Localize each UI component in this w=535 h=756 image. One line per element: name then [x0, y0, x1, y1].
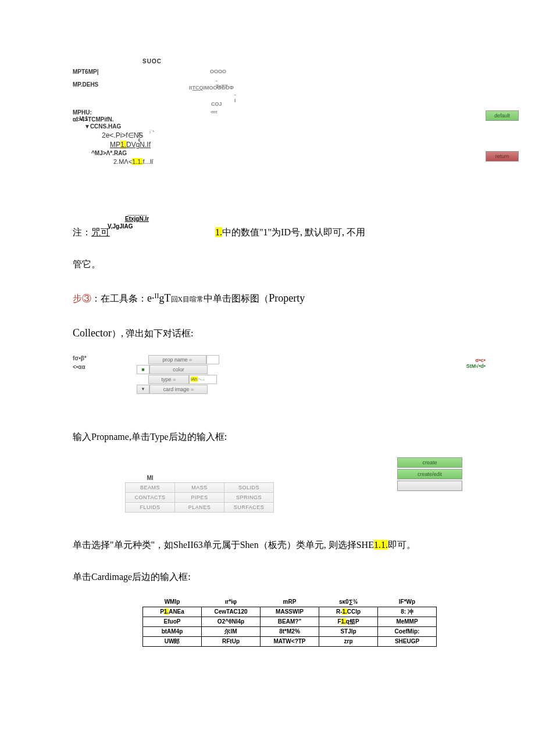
create-edit-button[interactable]: create/edit: [397, 469, 462, 479]
tree-node: MP1.DVgN.If: [110, 141, 151, 149]
card-option[interactable]: IF*Wp: [378, 597, 437, 607]
ann-line2: V,JgJIAG: [108, 223, 133, 230]
tree-node: MPT6MP|: [73, 69, 98, 75]
step3-para: 步③：在工具条：e·IIgT回X目喧常中单击图标图（Property: [73, 285, 462, 312]
type-option[interactable]: SOLIDS: [224, 482, 274, 492]
dropdown-arrow-icon[interactable]: ▼: [137, 385, 149, 394]
type-option[interactable]: SPRINGS: [224, 492, 274, 502]
prop-name-input[interactable]: [206, 355, 219, 364]
color-swatch[interactable]: ■: [137, 365, 149, 374]
color-field[interactable]: color: [149, 365, 208, 374]
type-option[interactable]: SURFACES: [224, 502, 274, 512]
note-line1b: 1.中的数值"1"为ID号, 默认即可, 不用: [215, 227, 365, 239]
note-line2: 管它。: [73, 252, 462, 277]
tree-node: ▼CCNS.HAG: [84, 123, 121, 130]
shell-instruction: 单击选择"单元种类"，如SheII63单元属于Shen（板壳）类单元, 则选择S…: [73, 533, 462, 557]
card-option[interactable]: btAM4p: [143, 626, 202, 636]
element-type-table: MI BEAMSMASSSOLIDSCONTACTSPIPESSPRINGSFL…: [125, 475, 274, 513]
type-option[interactable]: PIPES: [175, 492, 224, 502]
card-image-field[interactable]: card image =: [149, 385, 208, 394]
type-option[interactable]: PLANES: [175, 502, 224, 512]
card-option[interactable]: mRP: [261, 597, 319, 607]
card-option[interactable]: BEAM?": [261, 617, 319, 626]
blank-button[interactable]: [397, 481, 462, 491]
tree-node: ^MJ>Λ*.RAG: [91, 150, 127, 156]
cardimage-instruction: 单击Cardimage后边的输入框:: [73, 565, 462, 589]
card-option[interactable]: O2^θNI4p: [202, 617, 261, 626]
card-option[interactable]: 8t*M2%: [261, 626, 319, 636]
tree-right-label: -I: [234, 92, 236, 103]
tree-node: i`*: [149, 129, 155, 135]
card-option[interactable]: zrp: [319, 636, 378, 646]
tree-node: 2.MΛ<1.1.f...Iſ: [113, 158, 153, 165]
type-table-header: MI: [126, 475, 175, 483]
tree-node: MP.DEHS: [73, 81, 98, 88]
card-option[interactable]: UW郎: [143, 636, 202, 646]
tree-right-label: COJ: [211, 101, 222, 107]
type-value[interactable]: iAh:*n,»: [189, 375, 217, 384]
material-tree-panel: SUOC MPT6MP|MP.DEHSMPHU: · : V 1αI>4>TCM…: [73, 58, 462, 209]
type-option[interactable]: CONTACTS: [126, 492, 175, 502]
tree-title: SUOC: [142, 58, 162, 65]
property-collector-panel: fσ•β* <•αα prop name = ■ color type = iA…: [73, 355, 462, 402]
ann-line1: EtxjgN.Ir: [125, 216, 149, 222]
create-button[interactable]: create: [397, 457, 462, 468]
card-option[interactable]: MeMMP: [378, 617, 437, 626]
card-option[interactable]: WMIp: [143, 597, 202, 607]
note-line1: 注：咒可: [73, 227, 110, 239]
type-selection-panel: create create/edit MI BEAMSMASSSOLIDSCON…: [73, 457, 462, 510]
card-option[interactable]: CewTAC120: [202, 607, 261, 617]
prop-left-label-2: <•αα: [73, 364, 87, 370]
card-option[interactable]: MATW<?TP: [261, 636, 319, 646]
default-button[interactable]: default: [486, 110, 519, 121]
prop-left-label-1: fσ•β*: [73, 355, 87, 361]
tree-node: 2e<.Pi>f∈NS: [102, 131, 143, 139]
card-option[interactable]: R-1.CCIp: [319, 607, 378, 617]
step3-para-2: Collector）, 弹出如下对话框:: [73, 320, 462, 347]
propname-instruction: 输入Propname,单击Type后边的输入框:: [73, 425, 462, 449]
card-option[interactable]: STJIp: [319, 626, 378, 636]
type-field[interactable]: type =: [148, 375, 189, 384]
card-option[interactable]: SHEUGP: [378, 636, 437, 646]
card-option[interactable]: RFtUp: [202, 636, 261, 646]
tree-node: αI>4>TCMPifN.: [73, 116, 114, 123]
card-option[interactable]: F1.q笳P: [319, 617, 378, 626]
card-option[interactable]: CoefMip:: [378, 626, 437, 636]
tree-right-label: ItTCQIMOOOOOΦ: [189, 85, 234, 91]
card-option[interactable]: ιr*iφ: [202, 597, 261, 607]
card-image-table: WMIpιr*iφmRPsκ0∑⅜IF*WpP1.ANEaCewTAC120MA…: [142, 597, 437, 647]
card-option[interactable]: 8: 冲: [378, 607, 437, 617]
prop-name-field[interactable]: prop name =: [148, 355, 206, 364]
card-option[interactable]: sκ0∑⅜: [319, 597, 378, 607]
card-option[interactable]: P1.ANEa: [143, 607, 202, 617]
return-button[interactable]: return: [486, 151, 519, 162]
card-option[interactable]: EfuoP: [143, 617, 202, 626]
ann-overline: _______: [125, 209, 149, 216]
card-option[interactable]: 尔IM: [202, 626, 261, 636]
type-option[interactable]: BEAMS: [126, 482, 175, 492]
tree-right-label: ·mτ: [210, 109, 217, 114]
type-option[interactable]: MASS: [175, 482, 224, 492]
prop-right-2: StM√•d•: [466, 363, 486, 369]
tree-right-label: OOOO: [210, 69, 226, 74]
type-option[interactable]: FLUIDS: [126, 502, 175, 512]
prop-right-1: σ•c•: [466, 357, 486, 363]
card-option[interactable]: MASSWlP: [261, 607, 319, 617]
